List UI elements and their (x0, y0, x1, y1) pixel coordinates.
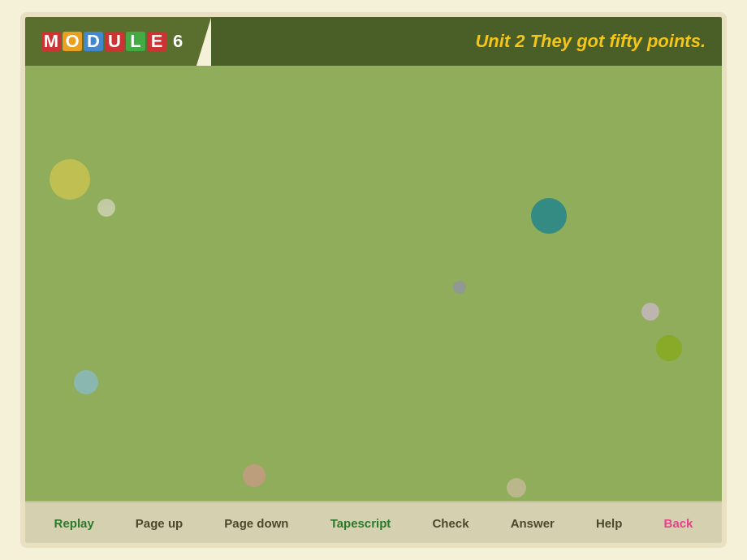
bubble-9[interactable] (507, 478, 526, 498)
bubble-8[interactable] (243, 464, 266, 487)
bubble-7[interactable] (656, 335, 682, 361)
letter-o: O (63, 32, 82, 51)
module-title: M O D U L E 6 (41, 31, 183, 52)
bubble-2[interactable] (97, 199, 115, 217)
replay-button[interactable]: Replay (48, 513, 101, 533)
unit-title-area: Unit 2 They got fifty points. (211, 17, 722, 66)
app-frame: M O D U L E 6 Unit 2 They got fifty poin… (20, 12, 727, 548)
game-area[interactable] (25, 66, 722, 501)
help-button[interactable]: Help (589, 513, 629, 533)
bubble-5[interactable] (453, 281, 466, 294)
answer-button[interactable]: Answer (504, 513, 561, 533)
unit-title: Unit 2 They got fifty points. (475, 31, 706, 52)
header: M O D U L E 6 Unit 2 They got fifty poin… (25, 17, 722, 66)
module-number: 6 (173, 31, 183, 52)
page-down-button[interactable]: Page down (218, 513, 295, 533)
page-up-button[interactable]: Page up (129, 513, 189, 533)
letter-m: M (41, 32, 61, 51)
letter-e: E (147, 32, 166, 51)
bubble-6[interactable] (641, 303, 659, 321)
main-content: M O D U L E 6 Unit 2 They got fifty poin… (25, 17, 722, 543)
letter-u: U (105, 32, 124, 51)
bubble-4[interactable] (531, 198, 567, 234)
toolbar: ReplayPage upPage downTapescriptCheckAns… (25, 501, 722, 543)
bubble-1[interactable] (50, 159, 90, 200)
tapescript-button[interactable]: Tapescript (324, 513, 398, 533)
bubble-3[interactable] (74, 370, 98, 394)
letter-d: D (84, 32, 103, 51)
module-tab: M O D U L E 6 (25, 17, 211, 66)
letter-l: L (126, 32, 145, 51)
back-button[interactable]: Back (658, 513, 700, 533)
check-button[interactable]: Check (425, 513, 475, 533)
